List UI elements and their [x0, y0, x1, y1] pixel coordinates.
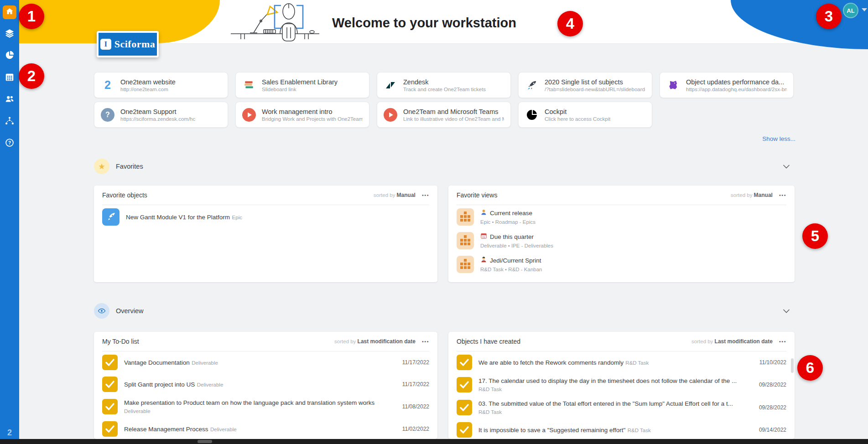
workstation-illustration	[227, 1, 323, 44]
created-row[interactable]: 03. The submitted value of the Total eff…	[448, 396, 795, 419]
todo-row[interactable]: Split Gantt project into US Deliverable …	[94, 373, 437, 395]
sidebar-item-home[interactable]	[3, 5, 16, 19]
todo-date: 11/17/2022	[402, 359, 429, 366]
board-view-icon	[457, 208, 474, 226]
question-circle-icon: ?	[101, 108, 114, 122]
tile-title: Cockpit	[545, 108, 610, 115]
created-type: R&D Task	[478, 409, 502, 415]
todo-row[interactable]: Release Management Process Deliverable 1…	[94, 418, 437, 439]
todo-row[interactable]: Vantage Documentation Deliverable 11/17/…	[94, 351, 437, 373]
todo-date: 11/02/2022	[402, 426, 429, 432]
view-title: Jedi/Current Sprint	[490, 257, 541, 264]
card-menu-icon[interactable]: •••	[779, 192, 786, 198]
check-square-icon	[457, 377, 472, 392]
quick-link-zendesk[interactable]: Zendesk Track and create One2Team ticket…	[377, 72, 511, 98]
favorite-view-row[interactable]: Current release Epic • Roadmap - Epics	[448, 205, 795, 229]
quick-link-cockpit[interactable]: Cockpit Click here to access Cockpit	[518, 102, 652, 128]
annotation-circle-2: 2	[19, 63, 44, 89]
sidebar-count-badge: 2	[0, 428, 19, 438]
tile-title: One2team Support	[120, 108, 195, 115]
board-view-icon	[457, 256, 474, 273]
layers-icon	[5, 28, 15, 40]
rocket-icon	[525, 78, 539, 92]
datadog-logo-icon	[666, 78, 680, 92]
card-menu-icon[interactable]: •••	[422, 339, 429, 344]
favorites-collapse-chevron-icon[interactable]	[783, 165, 790, 169]
pie-chart-icon	[5, 50, 15, 62]
created-row[interactable]: 17. The calendar used to display the day…	[448, 373, 795, 396]
favorite-objects-card: Favorite objects sorted by Manual ••• Ne…	[94, 186, 437, 282]
created-row[interactable]: We are able to fetch the Rework comments…	[448, 351, 795, 373]
sidebar-item-reports[interactable]	[3, 49, 16, 63]
created-title: We are able to fetch the Rework comments…	[478, 359, 624, 366]
person-icon	[480, 209, 487, 217]
help-icon: ?	[5, 138, 15, 150]
favorite-view-row[interactable]: 31 Due this quarter Deliverable • IPE - …	[448, 229, 795, 253]
check-square-icon	[457, 355, 472, 370]
sciforma-logo-monogram: I	[100, 39, 111, 50]
quick-link-work-management-intro[interactable]: Work management intro Bridging Work and …	[235, 102, 369, 128]
created-title: 17. The calendar used to display the day…	[478, 377, 737, 384]
quick-link-sales-enablement[interactable]: Sales Enablement Library Slideboard link	[235, 72, 369, 98]
card-menu-icon[interactable]: •••	[779, 339, 786, 344]
quick-link-one2team-ms-teams[interactable]: One2Team and Microsoft Teams Link to ill…	[377, 102, 511, 128]
sidebar-item-resources[interactable]	[3, 93, 16, 107]
overview-section-header[interactable]: Overview	[94, 303, 795, 319]
horizontal-scrollbar-thumb[interactable]	[198, 440, 212, 443]
object-title: New Gantt Module V1 for the Platform	[126, 214, 230, 221]
check-square-icon	[457, 422, 472, 438]
tile-subtitle: Slideboard link	[262, 87, 338, 92]
favorites-section-header[interactable]: ★ Favorites	[94, 158, 795, 175]
quick-links-grid: 2 One2team website http://one2team.com S…	[94, 72, 794, 128]
avatar-chevron-down-icon[interactable]	[862, 8, 867, 11]
annotation-circle-5: 5	[802, 223, 828, 249]
quick-link-one2team-website[interactable]: 2 One2team website http://one2team.com	[94, 72, 228, 98]
created-title: 03. The submitted value of the Total eff…	[478, 400, 733, 407]
sidebar-item-calendar[interactable]	[3, 71, 16, 85]
tile-title: 2020 Single list of subjects	[545, 78, 645, 86]
sort-control: sorted by Manual	[374, 192, 416, 198]
horizontal-scrollbar[interactable]	[0, 439, 868, 444]
sidebar-item-help[interactable]: ?	[3, 137, 16, 150]
tile-subtitle: http://one2team.com	[120, 87, 176, 92]
favorite-views-card: Favorite views sorted by Manual ••• Curr…	[448, 186, 795, 282]
view-path: R&D Task • R&D - Kanban	[480, 267, 542, 272]
card-vertical-scrollbar[interactable]	[791, 358, 794, 373]
star-icon: ★	[94, 159, 109, 174]
todo-type: Deliverable	[210, 427, 237, 432]
tile-subtitle: https://sciforma.zendesk.com/hc	[120, 116, 195, 122]
view-path: Deliverable • IPE - Deliverables	[480, 243, 553, 248]
svg-text:?: ?	[8, 140, 11, 145]
overview-collapse-chevron-icon[interactable]	[783, 309, 790, 313]
sidebar-item-hierarchy[interactable]	[3, 115, 16, 129]
page-title: Welcome to your workstation	[332, 15, 516, 31]
favorite-view-row[interactable]: Jedi/Current Sprint R&D Task • R&D - Kan…	[448, 253, 795, 276]
quick-link-datadog-dashboard[interactable]: Object updates performance da... https:/…	[660, 72, 794, 98]
todo-date: 11/08/2022	[402, 403, 429, 410]
todo-row[interactable]: Make presentation to Product team on how…	[94, 395, 437, 418]
tile-title: Sales Enablement Library	[262, 78, 338, 86]
sort-control: sorted by Last modification date	[691, 338, 773, 345]
created-date: 11/10/2022	[759, 359, 786, 366]
play-circle-icon	[242, 108, 256, 122]
tile-subtitle: https://app.datadoghq.eu/dashboard/2sx-b…	[686, 87, 787, 92]
todo-list-card: My To-Do list sorted by Last modificatio…	[94, 332, 437, 439]
todo-type: Deliverable	[197, 382, 223, 387]
favorite-object-row[interactable]: New Gantt Module V1 for the Platform Epi…	[94, 205, 437, 229]
person-icon	[480, 256, 487, 265]
favorites-section-label: Favorites	[116, 163, 143, 170]
sort-control: sorted by Manual	[731, 192, 773, 198]
play-circle-icon	[384, 108, 397, 122]
user-avatar[interactable]: AL	[843, 3, 858, 18]
card-menu-icon[interactable]: •••	[422, 192, 429, 198]
quick-link-2020-single-list[interactable]: 2020 Single list of subjects /?tab=slide…	[518, 72, 652, 98]
sidebar-item-layers[interactable]	[3, 27, 16, 41]
objects-created-card: Objects I have created sorted by Last mo…	[448, 332, 795, 439]
todo-title: Release Management Process	[124, 426, 208, 433]
check-square-icon	[102, 355, 118, 370]
books-icon	[242, 78, 256, 92]
created-row[interactable]: It is impossible to save a "Suggested re…	[448, 419, 795, 439]
one2team-2-icon: 2	[101, 78, 114, 92]
show-less-link[interactable]: Show less...	[567, 135, 795, 142]
quick-link-one2team-support[interactable]: ? One2team Support https://sciforma.zend…	[94, 102, 228, 128]
